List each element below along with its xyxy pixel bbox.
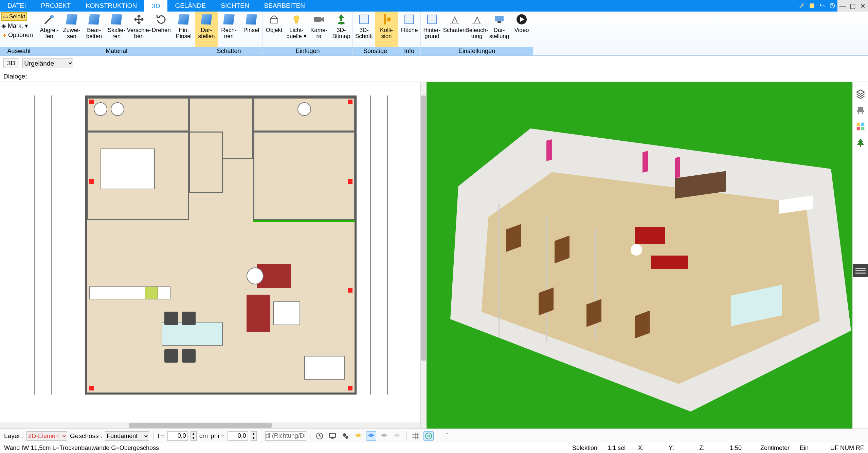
pane-3d[interactable] [427,82,868,429]
btn-video[interactable]: Video [510,12,533,47]
monitor-icon[interactable] [327,431,338,441]
more-icon[interactable]: ⋮ [442,431,452,441]
svg-point-9 [387,17,391,21]
direction-input[interactable] [265,431,306,441]
btn-hintergrund[interactable]: Hinter- grund [421,12,443,47]
length-input[interactable] [167,431,188,441]
svg-rect-11 [498,21,501,23]
btn-lichtquelle[interactable]: Licht- quelle ▾ [285,12,308,47]
ribbon-group-label: Material [38,47,195,55]
status-scale: 1:50 [730,445,750,452]
close-button[interactable]: ✕ [858,0,868,12]
ribbon: ▭Selekt ◈ Mark. ▾ ＋Optionen Auswahl Abgr… [0,12,868,56]
options-button[interactable]: ＋Optionen [0,30,38,40]
ribbon-group-einfuegen: Objekt Licht- quelle ▾ Kame- ra 3D- Bitm… [263,12,353,55]
floor-select[interactable]: Fundament [105,431,149,441]
btn-objekt[interactable]: Objekt [263,12,285,47]
btn-rechnen[interactable]: Rech- nen [218,12,240,47]
svg-point-2 [50,15,54,18]
status-selection: Selektion [572,445,597,452]
layer-plain-icon[interactable] [392,431,402,441]
svg-rect-15 [858,112,859,114]
ribbon-group-sonstige: 3D- Schnitt Kolli- sion Sonstige [353,12,398,55]
svg-rect-6 [314,17,321,22]
clock-icon[interactable] [314,431,325,441]
menu-bar: DATEI PROJEKT KONSTRUKTION 3D GELÄNDE SI… [0,0,868,12]
phi-input[interactable] [228,431,248,441]
tab-3d[interactable]: 3D [144,0,167,12]
ribbon-group-einstellungen: Hinter- grund Schatten Beleuch- tung Dar… [421,12,533,55]
grid-icon[interactable] [411,431,421,441]
sub-toolbar: 3D Urgelände [0,56,868,71]
svg-rect-20 [861,127,864,130]
btn-verschieben[interactable]: Verschie- ben [128,12,150,47]
svg-rect-18 [861,123,864,126]
ribbon-group-label: Einstellungen [421,47,533,55]
btn-schatten[interactable]: Schatten [443,12,466,47]
layer-label: Layer : [4,432,24,440]
tab-konstruktion[interactable]: KONSTRUKTION [78,0,144,12]
length-spinner[interactable]: ▲▼ [191,431,197,441]
layers-icon[interactable] [855,89,866,99]
tool-save-icon[interactable] [807,0,817,12]
tool-wrench-icon[interactable] [797,0,807,12]
btn-beleuchtung[interactable]: Beleuch- tung [466,12,488,47]
tab-gelaende[interactable]: GELÄNDE [167,0,213,12]
gears-icon[interactable] [340,431,350,441]
select-toggle[interactable]: ▭Selekt [1,12,27,21]
btn-skalieren[interactable]: Skalie- ren [105,12,128,47]
vscroll-2d[interactable] [420,82,427,429]
mark-dropdown[interactable]: ◈ Mark. ▾ [1,22,28,30]
layer-select[interactable]: 2D-Elemen [26,431,67,441]
view-tag-3d[interactable]: 3D [3,58,19,68]
tool-undo-icon[interactable] [817,0,827,12]
btn-zuweisen[interactable]: Zuwei- sen [60,12,83,47]
btn-kollision[interactable]: Kolli- sion [375,12,398,47]
floorplan-canvas[interactable] [0,82,420,422]
svg-rect-16 [862,112,863,114]
tab-sichten[interactable]: SICHTEN [213,0,256,12]
svg-rect-24 [331,438,333,439]
svg-rect-17 [856,123,860,126]
btn-hintergrund-pinsel[interactable]: Hin. Pinsel [173,12,195,47]
layer-yellow-icon[interactable] [353,431,363,441]
hscroll-2d[interactable] [0,422,420,429]
maximize-button[interactable]: ▢ [848,0,858,12]
tab-datei[interactable]: DATEI [0,0,34,12]
chair-icon[interactable] [855,105,866,115]
terrain-select[interactable]: Urgelände [22,58,73,68]
btn-darstellen[interactable]: Dar- stellen [195,12,218,47]
layer-hatched-icon[interactable] [379,431,389,441]
ribbon-group-label: Sonstige [353,47,398,55]
btn-3d-bitmap[interactable]: 3D- Bitmap [330,12,352,47]
minimize-button[interactable]: — [837,0,848,12]
layer-blue-icon[interactable] [366,431,376,441]
status-bar: Wand IW 11,5cm L=Trockenbauwände G=Oberg… [0,443,868,453]
btn-kamera[interactable]: Kame- ra [308,12,330,47]
tab-bearbeiten[interactable]: BEARBEITEN [257,0,312,12]
drawer-handle[interactable] [853,264,868,277]
floorplan-outline [85,95,357,395]
btn-bearbeiten[interactable]: Bear- beiten [83,12,105,47]
phi-label: phi = [211,432,225,440]
ribbon-left-column: ▭Selekt ◈ Mark. ▾ ＋Optionen Auswahl [0,12,38,55]
ribbon-group-material: Abgrei- fen Zuwei- sen Bear- beiten Skal… [38,12,195,55]
phi-spinner[interactable]: ▲▼ [251,431,257,441]
btn-pinsel[interactable]: Pinsel [240,12,263,47]
ribbon-group-label: Schatten [195,47,263,55]
north-icon[interactable]: N [423,431,434,441]
ribbon-group-info: Fläche Info [398,12,421,55]
help-icon[interactable] [827,0,837,12]
status-ratio: 1:1 sel [608,445,628,452]
btn-flaeche[interactable]: Fläche [398,12,420,47]
svg-rect-3 [270,18,278,23]
btn-abgreifen[interactable]: Abgrei- fen [38,12,60,47]
btn-3d-schnitt[interactable]: 3D- Schnitt [353,12,375,47]
palette-icon[interactable] [855,121,866,132]
btn-drehen[interactable]: Drehen [150,12,173,47]
btn-darstellung[interactable]: Dar- stellung [488,12,510,47]
tab-projekt[interactable]: PROJEKT [34,0,78,12]
bottom-input-bar: Layer : 2D-Elemen Geschoss : Fundament l… [0,429,868,443]
tree-icon[interactable] [855,138,866,148]
svg-rect-10 [495,16,504,21]
